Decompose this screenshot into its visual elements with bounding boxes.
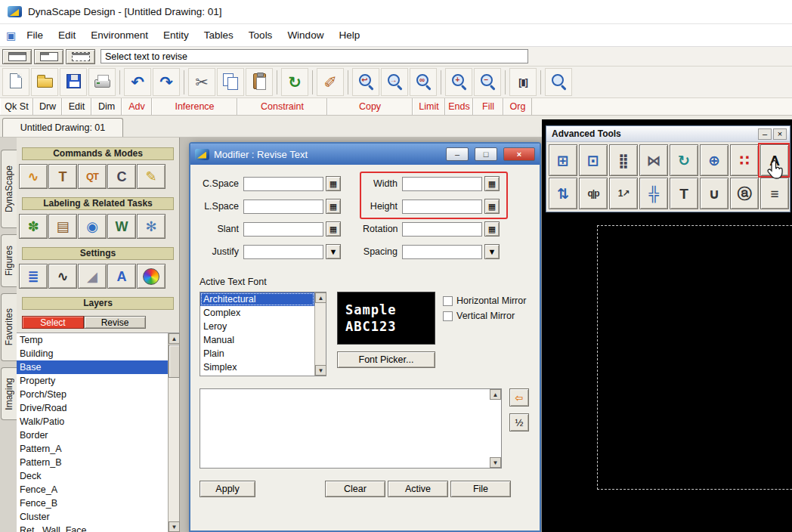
toolbar-group-inference[interactable]: Inference [152,98,237,115]
layer-settings-button[interactable]: ≣ [19,264,48,289]
rotation-calc-button[interactable]: ▦ [484,221,500,237]
text-label-button[interactable]: T [48,164,77,189]
line-list-tool-button[interactable]: ≡ [760,178,789,209]
cspace-input[interactable] [243,177,323,191]
toolbar-group-dim[interactable]: Dim [91,98,122,115]
curve-settings-button[interactable]: ∿ [48,264,77,289]
layer-item-pattern-a[interactable]: Pattern_A [17,442,168,456]
zoom-window-button[interactable] [545,68,572,96]
font-item-plain[interactable]: Plain [200,347,314,360]
lspace-input[interactable] [243,200,323,214]
view-single-button[interactable] [2,49,32,64]
text-scroll-down-button[interactable]: ▼ [490,457,501,468]
layer-scroll-up-button[interactable]: ▲ [169,333,180,344]
layer-item-porch-step[interactable]: Porch/Step [17,388,168,401]
u-tool-tool-button[interactable]: ∪ [700,178,729,209]
justify-dropdown-button[interactable]: ▼ [326,244,341,259]
layer-item-fence-a[interactable]: Fence_A [17,483,168,496]
font-item-leroy[interactable]: Leroy [200,320,314,333]
layer-item-property[interactable]: Property [17,374,168,388]
intersect-tool-button[interactable]: ⋈ [639,144,668,176]
toolbar-group-edit[interactable]: Edit [62,98,91,115]
layers-revise-button[interactable]: Revise [84,316,146,329]
width-input[interactable] [402,177,482,191]
menu-item-entity[interactable]: Entity [156,24,196,46]
layer-item-walk-patio[interactable]: Walk/Patio [17,415,168,428]
toolbar-group-org[interactable]: Org [503,98,532,115]
zoom-previous-button[interactable]: ↩ [352,68,379,96]
new-drawing-button[interactable] [2,68,29,96]
paste-array-tool-button[interactable]: ⊡ [579,144,608,176]
spacing-input[interactable] [402,245,482,259]
text-entity-tool-button[interactable]: T [670,178,698,209]
menu-item-file[interactable]: File [19,24,51,46]
side-tab-favorites[interactable]: Favorites [1,293,17,361]
copy-multiple-tool-button[interactable]: ⊞ [549,144,577,176]
toolbar-group-ends[interactable]: Ends [445,98,473,115]
layer-item-ret-wall-face[interactable]: Ret._Wall_Face [17,524,168,532]
font-item-simplex[interactable]: Simplex [200,360,314,374]
toolbar-group-qk-st[interactable]: Qk St [0,98,33,115]
font-item-complex[interactable]: Complex [200,306,314,320]
update-drawing-button[interactable]: ↻ [281,68,308,96]
menu-item-tables[interactable]: Tables [196,24,241,46]
move-point-tool-button[interactable]: ⊕ [700,144,729,176]
half-size-button[interactable]: ½ [509,413,529,431]
text-settings-button[interactable]: A [107,264,136,289]
layer-item-temp[interactable]: Temp [17,333,168,347]
zoom-dynamic-button[interactable]: → [381,68,408,96]
view-float-button[interactable] [66,49,95,64]
plant-label-button[interactable]: ✽ [19,214,48,239]
font-item-architectural[interactable]: Architectural [200,292,314,306]
toolbar-group-limit[interactable]: Limit [413,98,445,115]
rotate-copy-tool-button[interactable]: ↻ [670,144,698,176]
circle-text-tool-button[interactable]: ⓐ [730,178,759,209]
toolbar-group-drw[interactable]: Drw [33,98,62,115]
slant-input[interactable] [243,222,323,237]
layer-list-scrollbar[interactable]: ▲ ▼ [168,333,179,532]
zoom-in-button[interactable]: + [445,68,472,96]
view-split-button[interactable] [34,49,63,64]
layer-item-cluster[interactable]: Cluster [17,510,168,524]
lspace-calc-button[interactable]: ▦ [326,199,341,214]
advanced-tools-close-button[interactable]: × [773,128,787,140]
justify-input[interactable] [243,245,323,259]
font-scroll-up-button[interactable]: ▲ [315,292,326,303]
side-tab-dynascape[interactable]: DynaScape [1,150,17,228]
font-picker-button[interactable]: Font Picker... [337,351,435,368]
toolbar-group-fill[interactable]: Fill [473,98,503,115]
menu-item-edit[interactable]: Edit [51,24,83,46]
layer-item-deck[interactable]: Deck [17,469,168,483]
toolbar-group-copy[interactable]: Copy [327,98,413,115]
width-calc-button[interactable]: ▦ [484,176,500,191]
dialog-maximize-button[interactable]: □ [475,147,497,161]
font-list-scrollbar[interactable]: ▲ ▼ [314,292,326,376]
active-button[interactable]: Active [388,481,448,497]
doc-tab[interactable]: Untitled Drawing: 01 [2,118,123,137]
cspace-calc-button[interactable]: ▦ [326,176,341,191]
layer-item-building[interactable]: Building [17,347,168,360]
slope-settings-button[interactable]: ◢ [78,264,107,289]
sketch-note-button[interactable]: ✎ [137,164,166,189]
select-mode-button[interactable]: ∿ [19,164,48,189]
word-export-button[interactable]: W [107,214,136,239]
redraw-brush-button[interactable]: ✐ [317,68,344,96]
layer-scroll-down-button[interactable]: ▼ [169,521,180,532]
menu-item-window[interactable]: Window [280,24,331,46]
layer-item-border[interactable]: Border [17,428,168,442]
menu-item-tools[interactable]: Tools [241,24,280,46]
paste-button[interactable] [246,68,273,96]
print-drawing-button[interactable] [88,68,116,96]
spacing-dropdown-button[interactable]: ▼ [484,244,500,259]
toolbar-group-constraint[interactable]: Constraint [237,98,327,115]
distribute-tool-button[interactable]: ⇅ [549,178,577,209]
menu-item-help[interactable]: Help [331,24,367,46]
text-scroll-up-button[interactable]: ▲ [490,389,501,400]
toolbar-group-adv[interactable]: Adv [122,98,152,115]
open-drawing-button[interactable] [31,68,58,96]
clear-button[interactable]: Clear [325,481,385,497]
layer-item-base[interactable]: Base [17,360,168,374]
height-input[interactable] [402,200,482,214]
layer-item-fence-b[interactable]: Fence_B [17,496,168,510]
layer-item-drive-road[interactable]: Drive/Road [17,401,168,415]
